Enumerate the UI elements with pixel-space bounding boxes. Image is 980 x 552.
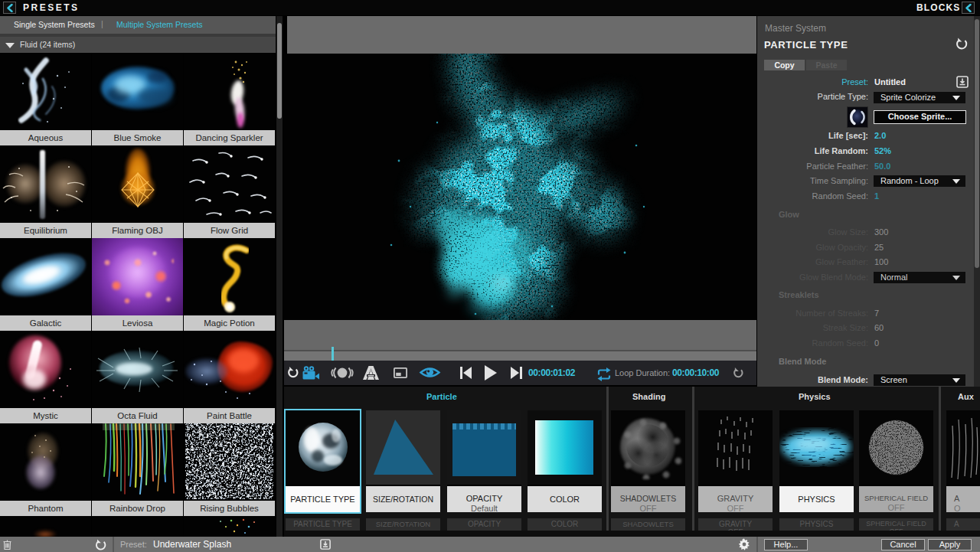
svg-text:00:00:01:02: 00:00:01:02	[528, 367, 576, 378]
svg-text:Loop Duration:: Loop Duration:	[615, 368, 670, 377]
svg-text:00:00:10:00: 00:00:10:00	[672, 367, 720, 378]
